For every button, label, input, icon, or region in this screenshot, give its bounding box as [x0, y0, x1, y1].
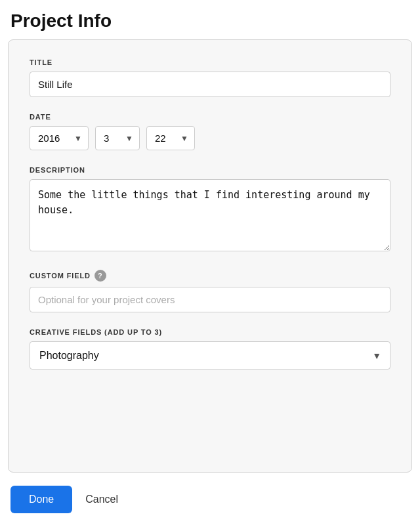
date-row: 2016 2017 2018 2015 2014 ▼ 1 2 3 4 5 6 7 — [30, 126, 390, 150]
page-header: Project Info — [0, 0, 420, 39]
title-label: TITLE — [30, 58, 390, 66]
custom-field-label: CUSTOM FIELD ? — [30, 270, 390, 282]
cancel-button[interactable]: Cancel — [83, 486, 121, 513]
custom-field-help-icon[interactable]: ? — [94, 270, 106, 282]
month-select[interactable]: 1 2 3 4 5 6 7 8 9 10 11 12 — [95, 126, 140, 150]
custom-field-input[interactable] — [30, 287, 390, 312]
date-field-group: DATE 2016 2017 2018 2015 2014 ▼ 1 2 3 4 — [30, 113, 390, 150]
form-card: TITLE DATE 2016 2017 2018 2015 2014 ▼ 1 … — [8, 39, 412, 473]
done-button[interactable]: Done — [10, 486, 72, 513]
month-select-wrapper: 1 2 3 4 5 6 7 8 9 10 11 12 ▼ — [95, 126, 140, 150]
description-textarea[interactable]: Some the little things that I find inter… — [30, 179, 390, 251]
day-select-wrapper: 1234 5678 9101112 13141516 17181920 2122… — [146, 126, 195, 150]
year-select[interactable]: 2016 2017 2018 2015 2014 — [30, 126, 89, 150]
creative-fields-label: CREATIVE FIELDS (ADD UP TO 3) — [30, 328, 390, 336]
year-select-wrapper: 2016 2017 2018 2015 2014 ▼ — [30, 126, 89, 150]
footer: Done Cancel — [0, 473, 420, 529]
date-label: DATE — [30, 113, 390, 121]
creative-fields-select-wrapper: Photography Design Illustration Art Dire… — [30, 341, 390, 370]
description-field-group: DESCRIPTION Some the little things that … — [30, 166, 390, 254]
creative-fields-select[interactable]: Photography Design Illustration Art Dire… — [30, 341, 390, 370]
description-label: DESCRIPTION — [30, 166, 390, 174]
title-field-group: TITLE — [30, 58, 390, 97]
title-input[interactable] — [30, 72, 390, 97]
day-select[interactable]: 1234 5678 9101112 13141516 17181920 2122… — [146, 126, 195, 150]
creative-fields-group: CREATIVE FIELDS (ADD UP TO 3) Photograph… — [30, 328, 390, 370]
custom-field-group: CUSTOM FIELD ? — [30, 270, 390, 312]
page-title: Project Info — [10, 11, 410, 32]
